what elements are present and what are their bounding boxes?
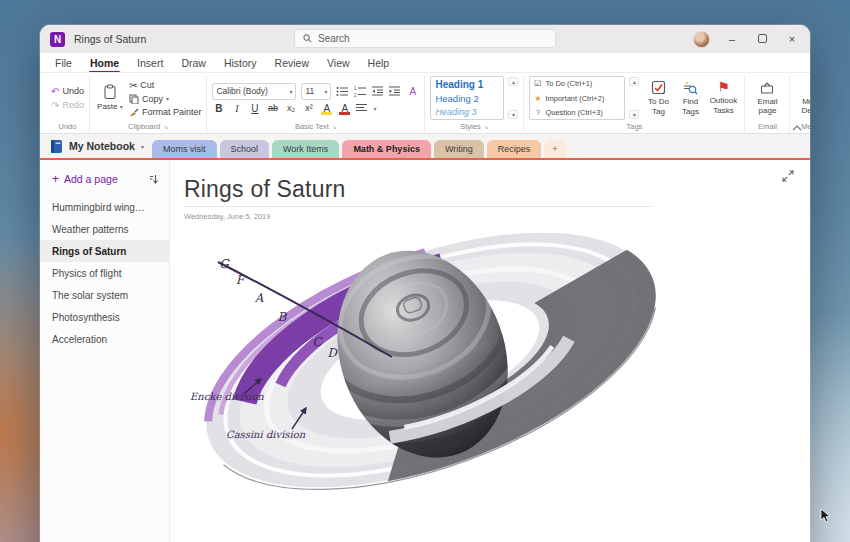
notebook-name: My Notebook (69, 140, 135, 152)
ribbon-group-basic-text: Calibri (Body)▾ 11▾ 12 A B I U ab x₂ x² … (207, 76, 425, 133)
ribbon: ↶Undo ↷Redo Undo Paste ▾ ✂Cut Copy▾ (40, 72, 810, 134)
ring-label-a: A (254, 291, 264, 305)
menu-file[interactable]: File (54, 55, 73, 71)
clear-formatting-button[interactable]: A (406, 86, 419, 97)
format-painter-button[interactable]: Format Painter (129, 107, 202, 117)
menu-review[interactable]: Review (274, 55, 310, 71)
page-title[interactable]: Rings of Saturn (184, 176, 346, 203)
sort-pages-button[interactable] (149, 174, 159, 184)
saturn-rings (180, 230, 689, 541)
menu-insert[interactable]: Insert (136, 55, 164, 71)
section-tab-work-items[interactable]: Work Items (272, 140, 339, 158)
maximize-button[interactable] (754, 33, 770, 45)
page-item-active[interactable]: Rings of Saturn (40, 240, 169, 262)
email-page-button[interactable]: Email page (750, 80, 784, 116)
tags-scroll-down[interactable]: ▾ (629, 110, 639, 119)
menu-history[interactable]: History (223, 55, 258, 71)
ring-label-d: D (327, 346, 338, 360)
page-list-sidebar: + Add a page Hummingbird wing… Weather p… (40, 160, 170, 542)
page-item[interactable]: Acceleration (40, 328, 169, 350)
todo-checkbox-icon: ☑ (533, 79, 542, 88)
notebook-icon (50, 139, 63, 154)
meeting-details-button[interactable]: Meeting Details ▾ (795, 80, 810, 116)
outlook-tasks-button[interactable]: ⚑ Outlook Tasks (707, 80, 739, 115)
add-page-button[interactable]: + Add a page (40, 168, 169, 196)
page-item[interactable]: Weather patterns (40, 218, 169, 240)
tag-question[interactable]: ?Question (Ctrl+3) (533, 108, 621, 117)
encke-division-label: Encke division (190, 391, 264, 402)
menu-bar: File Home Insert Draw History Review Vie… (40, 53, 810, 72)
strikethrough-button[interactable]: ab (266, 103, 279, 113)
decrease-indent-icon[interactable] (372, 86, 384, 96)
highlight-button[interactable]: A (320, 103, 333, 114)
styles-scroll-down[interactable]: ▾ (508, 110, 518, 119)
email-group-label: Email (750, 120, 784, 133)
font-size-select[interactable]: 11▾ (301, 83, 331, 100)
style-heading2[interactable]: Heading 2 (435, 93, 499, 104)
page-item[interactable]: Photosynthesis (40, 306, 169, 328)
tags-gallery[interactable]: ☑To Do (Ctrl+1) ★Important (Ctrl+2) ?Que… (529, 76, 625, 120)
subscript-button[interactable]: x₂ (284, 103, 297, 113)
title-bar: N Rings of Saturn Search – × (40, 25, 810, 53)
increase-indent-icon[interactable] (389, 86, 401, 96)
basic-text-dialog-launcher[interactable]: ↘ (332, 123, 337, 130)
cut-button[interactable]: ✂Cut (129, 80, 202, 91)
clipboard-dialog-launcher[interactable]: ↘ (163, 123, 168, 130)
add-section-button[interactable]: + (544, 140, 565, 158)
copy-button[interactable]: Copy▾ (129, 94, 202, 104)
page-canvas[interactable]: Rings of Saturn Wednesday, June 5, 2019 (170, 160, 810, 542)
underline-button[interactable]: U (248, 103, 261, 114)
copy-icon (129, 94, 139, 104)
tag-important[interactable]: ★Important (Ctrl+2) (533, 94, 621, 103)
font-color-button[interactable]: A (338, 103, 351, 114)
undo-button[interactable]: ↶Undo (51, 86, 84, 97)
page-item[interactable]: The solar system (40, 284, 169, 306)
notebook-dropdown-icon: ▾ (141, 143, 144, 150)
section-tab-moms-visit[interactable]: Moms visit (152, 140, 217, 158)
account-avatar[interactable] (693, 31, 710, 48)
align-icon[interactable] (356, 103, 368, 113)
menu-help[interactable]: Help (367, 55, 391, 71)
bold-button[interactable]: B (212, 103, 225, 114)
styles-gallery[interactable]: Heading 1 Heading 2 Heading 3 (430, 76, 504, 120)
style-heading1[interactable]: Heading 1 (435, 79, 499, 90)
notebook-switcher[interactable]: My Notebook ▾ (50, 134, 152, 158)
ring-label-g: G (219, 257, 230, 271)
bullet-list-icon[interactable] (336, 86, 349, 97)
menu-home[interactable]: Home (89, 55, 120, 71)
cassini-division-label: Cassini division (226, 429, 306, 440)
collapse-ribbon-button[interactable] (792, 125, 802, 131)
page-item[interactable]: Physics of flight (40, 262, 169, 284)
tag-todo[interactable]: ☑To Do (Ctrl+1) (533, 79, 621, 88)
section-tab-math-physics[interactable]: Math & Physics (342, 140, 431, 158)
italic-button[interactable]: I (230, 103, 243, 114)
minimize-button[interactable]: – (724, 33, 740, 45)
menu-view[interactable]: View (326, 55, 351, 71)
section-tab-recipes[interactable]: Recipes (487, 140, 542, 158)
flag-icon: ⚑ (717, 81, 730, 94)
style-heading3[interactable]: Heading 3 (435, 107, 499, 117)
todo-tag-button[interactable]: To Do Tag (643, 79, 673, 116)
font-name-select[interactable]: Calibri (Body)▾ (212, 83, 296, 100)
styles-dialog-launcher[interactable]: ↘ (484, 123, 489, 130)
styles-scroll-up[interactable]: ▴ (508, 77, 518, 86)
paste-button[interactable]: Paste ▾ (95, 83, 125, 112)
section-tab-writing[interactable]: Writing (434, 140, 484, 158)
numbered-list-icon[interactable]: 12 (354, 86, 367, 97)
page-date: Wednesday, June 5, 2019 (184, 212, 270, 221)
menu-draw[interactable]: Draw (180, 55, 207, 71)
scissors-icon: ✂ (129, 80, 137, 91)
find-tags-button[interactable]: Find Tags (677, 79, 703, 116)
search-input[interactable]: Search (294, 29, 556, 48)
tags-scroll-up[interactable]: ▴ (629, 77, 639, 86)
page-item[interactable]: Hummingbird wing… (40, 196, 169, 218)
undo-group-label: Undo (51, 120, 84, 133)
close-button[interactable]: × (784, 33, 800, 45)
styles-group-label: Styles (460, 122, 480, 131)
superscript-button[interactable]: x² (302, 103, 315, 113)
full-page-view-button[interactable] (782, 170, 794, 182)
calendar-icon (809, 81, 810, 95)
redo-button[interactable]: ↷Redo (51, 100, 84, 111)
section-tab-school[interactable]: School (220, 140, 270, 158)
mouse-cursor (820, 508, 831, 523)
